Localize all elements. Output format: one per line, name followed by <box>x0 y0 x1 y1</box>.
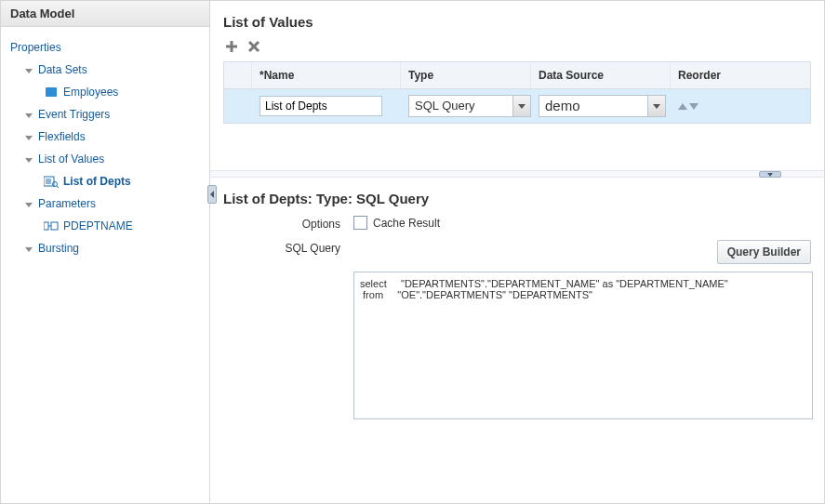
page-title: List of Values <box>223 14 811 30</box>
reorder-control[interactable] <box>678 103 699 110</box>
move-down-icon <box>689 103 699 110</box>
col-name: *Name <box>252 62 401 88</box>
col-type: Type <box>401 62 531 88</box>
sidebar-title: Data Model <box>1 1 209 27</box>
sql-query-textarea[interactable] <box>353 272 813 419</box>
tree-item-employees[interactable]: Employees <box>44 81 206 103</box>
tree-item-pdeptname[interactable]: PDEPTNAME <box>44 215 206 237</box>
lov-table: *Name Type Data Source Reorder SQL Query <box>223 61 811 124</box>
expand-icon <box>25 247 33 252</box>
chevron-left-icon <box>210 191 214 198</box>
tree-item-flexfields[interactable]: Flexfields <box>25 126 206 148</box>
cache-result-label: Cache Result <box>373 217 440 230</box>
select-value: demo <box>539 96 647 116</box>
parameter-icon <box>44 219 59 232</box>
chevron-down-icon <box>512 96 530 116</box>
splitter-handle[interactable] <box>207 185 217 204</box>
main-panel: List of Values *Name Type Data Source Re… <box>210 1 824 503</box>
options-label: Options <box>223 216 353 231</box>
expand-icon <box>25 113 33 118</box>
tree-label: Bursting <box>38 242 79 255</box>
tree-item-parameters[interactable]: Parameters <box>25 192 206 215</box>
tree-label: List of Depts <box>63 175 131 188</box>
expand-icon <box>25 158 33 163</box>
dataset-icon <box>44 86 59 99</box>
query-builder-button[interactable]: Query Builder <box>717 240 811 264</box>
svg-point-4 <box>53 182 58 187</box>
tree-label: Properties <box>10 41 61 54</box>
pane-divider[interactable] <box>210 170 824 178</box>
tree-label: Parameters <box>38 197 96 210</box>
collapse-handle[interactable] <box>759 171 781 178</box>
chevron-down-icon <box>647 96 665 116</box>
tree-label: Event Triggers <box>38 108 110 121</box>
tree: Properties Data Sets Employees Event Tri… <box>1 27 209 263</box>
datasource-select[interactable]: demo <box>539 95 666 117</box>
delete-button[interactable] <box>246 38 262 55</box>
chevron-down-icon <box>767 173 773 177</box>
col-reorder: Reorder <box>671 62 810 88</box>
expand-icon <box>25 203 33 207</box>
tree-item-list-of-values[interactable]: List of Values <box>25 148 206 170</box>
tree-item-list-of-depts[interactable]: List of Depts <box>44 170 206 192</box>
tree-label: List of Values <box>38 153 104 166</box>
move-up-icon <box>678 103 687 110</box>
select-value: SQL Query <box>409 96 512 116</box>
col-data-source: Data Source <box>531 62 671 88</box>
tree-label: PDEPTNAME <box>63 219 133 232</box>
name-input[interactable] <box>259 96 382 116</box>
tree-label: Data Sets <box>38 63 87 76</box>
tree-item-data-sets[interactable]: Data Sets <box>25 59 206 81</box>
tree-item-bursting[interactable]: Bursting <box>25 237 206 259</box>
tree-label: Employees <box>63 86 118 99</box>
table-header: *Name Type Data Source Reorder <box>224 62 810 89</box>
tree-item-properties[interactable]: Properties <box>10 36 206 59</box>
svg-rect-7 <box>51 222 58 230</box>
table-row[interactable]: SQL Query demo <box>224 89 810 123</box>
sql-query-label: SQL Query <box>223 240 353 255</box>
svg-rect-6 <box>44 222 48 230</box>
tree-label: Flexfields <box>38 130 86 143</box>
expand-icon <box>25 69 33 73</box>
tree-item-event-triggers[interactable]: Event Triggers <box>25 103 206 126</box>
sidebar: Data Model Properties Data Sets Employee… <box>1 1 210 503</box>
detail-title: List of Depts: Type: SQL Query <box>223 191 811 206</box>
type-select[interactable]: SQL Query <box>408 95 531 117</box>
expand-icon <box>25 136 33 140</box>
add-button[interactable] <box>223 38 240 55</box>
cache-result-checkbox[interactable] <box>353 216 367 230</box>
lov-icon <box>44 175 59 188</box>
svg-line-5 <box>57 186 59 188</box>
